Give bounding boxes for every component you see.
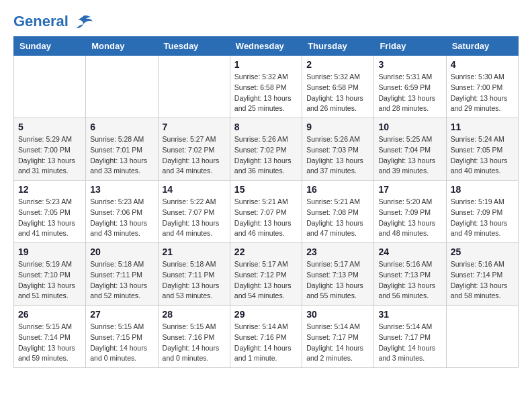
- day-info: Sunrise: 5:18 AMSunset: 7:11 PMDaylight:…: [163, 259, 226, 302]
- day-info: Sunrise: 5:31 AMSunset: 6:59 PMDaylight:…: [378, 72, 441, 114]
- day-info: Sunrise: 5:14 AMSunset: 7:16 PMDaylight:…: [234, 322, 298, 364]
- day-number: 22: [234, 246, 298, 257]
- calendar-cell: 2Sunrise: 5:32 AMSunset: 6:58 PMDaylight…: [302, 56, 374, 118]
- calendar-cell: 28Sunrise: 5:15 AMSunset: 7:16 PMDayligh…: [158, 306, 230, 368]
- day-info: Sunrise: 5:32 AMSunset: 6:58 PMDaylight:…: [234, 72, 298, 114]
- weekday-header: Thursday: [302, 37, 374, 56]
- logo: General: [13, 13, 94, 30]
- page-header: General: [13, 13, 519, 30]
- calendar-cell: 24Sunrise: 5:16 AMSunset: 7:13 PMDayligh…: [374, 243, 446, 306]
- logo-bird-icon: [74, 15, 93, 30]
- day-number: 31: [378, 309, 441, 320]
- day-number: 27: [90, 309, 153, 320]
- calendar-cell: 12Sunrise: 5:23 AMSunset: 7:05 PMDayligh…: [14, 181, 86, 243]
- day-number: 30: [306, 309, 369, 320]
- day-info: Sunrise: 5:21 AMSunset: 7:07 PMDaylight:…: [234, 197, 298, 239]
- day-info: Sunrise: 5:32 AMSunset: 6:58 PMDaylight:…: [306, 72, 369, 114]
- calendar-cell: 15Sunrise: 5:21 AMSunset: 7:07 PMDayligh…: [230, 181, 302, 243]
- day-info: Sunrise: 5:26 AMSunset: 7:03 PMDaylight:…: [306, 134, 369, 177]
- calendar-cell: 14Sunrise: 5:22 AMSunset: 7:07 PMDayligh…: [158, 181, 230, 243]
- day-number: 29: [234, 309, 298, 320]
- calendar-cell: 8Sunrise: 5:26 AMSunset: 7:02 PMDaylight…: [230, 118, 302, 181]
- calendar-cell: 19Sunrise: 5:19 AMSunset: 7:10 PMDayligh…: [14, 243, 86, 306]
- calendar-cell: 21Sunrise: 5:18 AMSunset: 7:11 PMDayligh…: [158, 243, 230, 306]
- calendar-cell: 18Sunrise: 5:19 AMSunset: 7:09 PMDayligh…: [446, 181, 518, 243]
- weekday-header: Friday: [374, 37, 446, 56]
- calendar-cell: [158, 56, 230, 118]
- calendar-table: SundayMondayTuesdayWednesdayThursdayFrid…: [13, 36, 519, 368]
- day-info: Sunrise: 5:20 AMSunset: 7:09 PMDaylight:…: [378, 197, 441, 239]
- day-number: 5: [18, 122, 81, 132]
- weekday-header: Saturday: [446, 37, 518, 56]
- weekday-header: Tuesday: [158, 37, 230, 56]
- calendar-cell: 30Sunrise: 5:14 AMSunset: 7:17 PMDayligh…: [302, 306, 374, 368]
- calendar-cell: 10Sunrise: 5:25 AMSunset: 7:04 PMDayligh…: [374, 118, 446, 181]
- day-info: Sunrise: 5:15 AMSunset: 7:14 PMDaylight:…: [18, 322, 81, 364]
- day-info: Sunrise: 5:17 AMSunset: 7:12 PMDaylight:…: [234, 259, 298, 302]
- calendar-cell: 20Sunrise: 5:18 AMSunset: 7:11 PMDayligh…: [86, 243, 158, 306]
- calendar-cell: 27Sunrise: 5:15 AMSunset: 7:15 PMDayligh…: [86, 306, 158, 368]
- calendar-cell: [86, 56, 158, 118]
- calendar-week-row: 12Sunrise: 5:23 AMSunset: 7:05 PMDayligh…: [14, 181, 519, 243]
- day-info: Sunrise: 5:19 AMSunset: 7:09 PMDaylight:…: [451, 197, 514, 239]
- day-number: 19: [18, 246, 81, 257]
- calendar-cell: [446, 306, 518, 368]
- day-number: 7: [163, 122, 226, 132]
- calendar-week-row: 26Sunrise: 5:15 AMSunset: 7:14 PMDayligh…: [14, 306, 519, 368]
- day-number: 12: [18, 184, 81, 195]
- weekday-header: Wednesday: [230, 37, 302, 56]
- calendar-week-row: 5Sunrise: 5:29 AMSunset: 7:00 PMDaylight…: [14, 118, 519, 181]
- day-info: Sunrise: 5:14 AMSunset: 7:17 PMDaylight:…: [306, 322, 369, 364]
- calendar-cell: 29Sunrise: 5:14 AMSunset: 7:16 PMDayligh…: [230, 306, 302, 368]
- day-number: 25: [451, 246, 514, 257]
- day-info: Sunrise: 5:21 AMSunset: 7:08 PMDaylight:…: [306, 197, 369, 239]
- calendar-cell: 7Sunrise: 5:27 AMSunset: 7:02 PMDaylight…: [158, 118, 230, 181]
- day-info: Sunrise: 5:24 AMSunset: 7:05 PMDaylight:…: [451, 134, 514, 177]
- calendar-cell: 9Sunrise: 5:26 AMSunset: 7:03 PMDaylight…: [302, 118, 374, 181]
- day-number: 2: [306, 59, 369, 70]
- day-number: 14: [163, 184, 226, 195]
- calendar-cell: 5Sunrise: 5:29 AMSunset: 7:00 PMDaylight…: [14, 118, 86, 181]
- calendar-cell: 25Sunrise: 5:16 AMSunset: 7:14 PMDayligh…: [446, 243, 518, 306]
- calendar-cell: 16Sunrise: 5:21 AMSunset: 7:08 PMDayligh…: [302, 181, 374, 243]
- calendar-cell: 1Sunrise: 5:32 AMSunset: 6:58 PMDaylight…: [230, 56, 302, 118]
- day-info: Sunrise: 5:16 AMSunset: 7:13 PMDaylight:…: [378, 259, 441, 302]
- day-number: 9: [306, 122, 369, 132]
- day-number: 1: [234, 59, 298, 70]
- day-info: Sunrise: 5:27 AMSunset: 7:02 PMDaylight:…: [163, 134, 226, 177]
- calendar-cell: 22Sunrise: 5:17 AMSunset: 7:12 PMDayligh…: [230, 243, 302, 306]
- weekday-header: Monday: [86, 37, 158, 56]
- calendar-cell: 3Sunrise: 5:31 AMSunset: 6:59 PMDaylight…: [374, 56, 446, 118]
- day-number: 18: [451, 184, 514, 195]
- day-info: Sunrise: 5:14 AMSunset: 7:17 PMDaylight:…: [378, 322, 441, 364]
- calendar-week-row: 19Sunrise: 5:19 AMSunset: 7:10 PMDayligh…: [14, 243, 519, 306]
- calendar-header-row: SundayMondayTuesdayWednesdayThursdayFrid…: [14, 37, 519, 56]
- day-info: Sunrise: 5:16 AMSunset: 7:14 PMDaylight:…: [451, 259, 514, 302]
- day-number: 20: [90, 246, 153, 257]
- logo-general: General: [13, 13, 69, 30]
- day-number: 13: [90, 184, 153, 195]
- day-number: 8: [234, 122, 298, 132]
- calendar-cell: 17Sunrise: 5:20 AMSunset: 7:09 PMDayligh…: [374, 181, 446, 243]
- day-number: 3: [378, 59, 441, 70]
- day-number: 24: [378, 246, 441, 257]
- day-info: Sunrise: 5:29 AMSunset: 7:00 PMDaylight:…: [18, 134, 81, 177]
- calendar-cell: [14, 56, 86, 118]
- calendar-cell: 26Sunrise: 5:15 AMSunset: 7:14 PMDayligh…: [14, 306, 86, 368]
- day-number: 16: [306, 184, 369, 195]
- calendar-cell: 11Sunrise: 5:24 AMSunset: 7:05 PMDayligh…: [446, 118, 518, 181]
- day-info: Sunrise: 5:30 AMSunset: 7:00 PMDaylight:…: [451, 72, 514, 114]
- day-number: 15: [234, 184, 298, 195]
- day-info: Sunrise: 5:23 AMSunset: 7:06 PMDaylight:…: [90, 197, 153, 239]
- day-info: Sunrise: 5:28 AMSunset: 7:01 PMDaylight:…: [90, 134, 153, 177]
- calendar-week-row: 1Sunrise: 5:32 AMSunset: 6:58 PMDaylight…: [14, 56, 519, 118]
- day-info: Sunrise: 5:25 AMSunset: 7:04 PMDaylight:…: [378, 134, 441, 177]
- calendar-cell: 23Sunrise: 5:17 AMSunset: 7:13 PMDayligh…: [302, 243, 374, 306]
- day-number: 28: [163, 309, 226, 320]
- day-info: Sunrise: 5:23 AMSunset: 7:05 PMDaylight:…: [18, 197, 81, 239]
- weekday-header: Sunday: [14, 37, 86, 56]
- day-number: 6: [90, 122, 153, 132]
- day-number: 26: [18, 309, 81, 320]
- day-info: Sunrise: 5:22 AMSunset: 7:07 PMDaylight:…: [163, 197, 226, 239]
- day-number: 17: [378, 184, 441, 195]
